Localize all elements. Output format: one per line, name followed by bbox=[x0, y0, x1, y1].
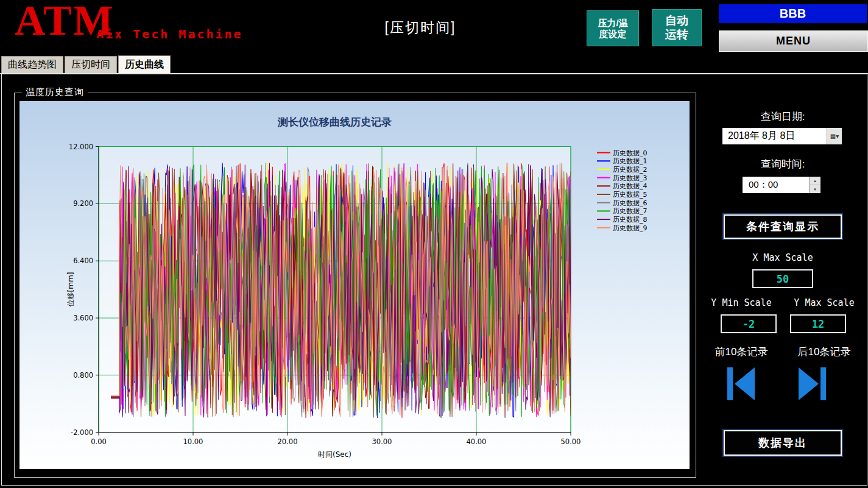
time-spinner: ▲ ▼ bbox=[809, 177, 820, 193]
svg-text:测长仪位移曲线历史记录: 测长仪位移曲线历史记录 bbox=[277, 116, 392, 128]
svg-text:50.00: 50.00 bbox=[561, 437, 581, 446]
svg-text:时间(Sec): 时间(Sec) bbox=[318, 450, 351, 459]
svg-text:0.00: 0.00 bbox=[91, 437, 107, 446]
bbb-indicator: BBB bbox=[719, 4, 867, 23]
tab-press-time[interactable]: 压切时间 bbox=[65, 56, 117, 74]
svg-text:历史数据_7: 历史数据_7 bbox=[613, 207, 647, 215]
x-max-scale-label: X Max Scale bbox=[700, 252, 866, 263]
time-input[interactable]: 00：00 ▲ ▼ bbox=[743, 177, 820, 193]
auto-run-line2: 运转 bbox=[665, 28, 688, 42]
prev-page-icon[interactable] bbox=[725, 367, 757, 401]
query-time-label: 查询时间: bbox=[700, 157, 866, 171]
pressure-temp-settings-button[interactable]: 压力/温 度设定 bbox=[587, 10, 639, 46]
query-date-label: 查询日期: bbox=[700, 110, 866, 124]
spinner-down-icon[interactable]: ▼ bbox=[810, 185, 820, 193]
groupbox-title: 温度历史查询 bbox=[22, 87, 88, 98]
svg-text:历史数据_6: 历史数据_6 bbox=[613, 199, 647, 207]
next-page-icon[interactable] bbox=[796, 367, 828, 401]
svg-text:6.400: 6.400 bbox=[73, 256, 93, 265]
screen: ATM Aix Tech Machine [压切时间] 压力/温 度设定 自动 … bbox=[0, 0, 868, 488]
svg-text:历史数据_1: 历史数据_1 bbox=[613, 157, 647, 165]
x-max-scale-input[interactable]: 50 bbox=[752, 269, 813, 288]
svg-text:12.000: 12.000 bbox=[69, 142, 93, 150]
tab-curve-trend[interactable]: 曲线趋势图 bbox=[1, 56, 63, 74]
svg-text:20.00: 20.00 bbox=[278, 437, 298, 446]
menu-button[interactable]: MENU bbox=[719, 30, 868, 52]
svg-text:历史数据_9: 历史数据_9 bbox=[613, 224, 647, 232]
page-title: [压切时间] bbox=[385, 18, 456, 37]
svg-text:-2.000: -2.000 bbox=[71, 428, 93, 437]
query-panel: 查询日期: 2018年 8月 8日 ▦▾ 查询时间: 00：00 ▲ ▼ 条件查… bbox=[700, 93, 866, 476]
calendar-dropdown-icon[interactable]: ▦▾ bbox=[827, 128, 842, 144]
svg-text:历史数据_4: 历史数据_4 bbox=[613, 182, 647, 190]
svg-text:0.800: 0.800 bbox=[73, 371, 93, 380]
header: ATM Aix Tech Machine [压切时间] 压力/温 度设定 自动 … bbox=[0, 0, 868, 58]
svg-text:9.200: 9.200 bbox=[73, 199, 93, 208]
y-max-scale-input[interactable]: 12 bbox=[790, 314, 846, 333]
content-frame: 温度历史查询 测长仪位移曲线历史记录-2.0000.8003.6006.4009… bbox=[1, 74, 867, 486]
pressure-temp-line2: 度设定 bbox=[599, 29, 627, 40]
date-picker[interactable]: 2018年 8月 8日 ▦▾ bbox=[722, 128, 842, 144]
y-max-scale-label: Y Max Scale bbox=[783, 297, 866, 308]
svg-text:历史数据_0: 历史数据_0 bbox=[613, 149, 647, 157]
svg-text:30.00: 30.00 bbox=[372, 437, 392, 446]
y-min-scale-input[interactable]: -2 bbox=[721, 314, 777, 333]
history-chart: 测长仪位移曲线历史记录-2.0000.8003.6006.4009.20012.… bbox=[19, 101, 690, 469]
svg-text:历史数据_3: 历史数据_3 bbox=[613, 174, 647, 182]
time-value: 00：00 bbox=[743, 179, 809, 191]
date-value: 2018年 8月 8日 bbox=[722, 130, 795, 143]
data-export-button[interactable]: 数据导出 bbox=[724, 430, 842, 456]
svg-text:3.600: 3.600 bbox=[73, 314, 93, 322]
next-records-label: 后10条记录 bbox=[783, 345, 866, 359]
logo-subtitle: Aix Tech Machine bbox=[96, 27, 243, 41]
tab-history-curve[interactable]: 历史曲线 bbox=[118, 55, 171, 74]
svg-text:历史数据_2: 历史数据_2 bbox=[613, 166, 647, 174]
svg-text:位移[mm]: 位移[mm] bbox=[66, 272, 75, 307]
svg-text:10.00: 10.00 bbox=[183, 437, 203, 446]
auto-run-line1: 自动 bbox=[665, 14, 688, 28]
prev-records-label: 前10条记录 bbox=[700, 345, 783, 359]
tabstrip: 曲线趋势图 压切时间 历史曲线 bbox=[1, 58, 172, 74]
temperature-history-groupbox: 温度历史查询 测长仪位移曲线历史记录-2.0000.8003.6006.4009… bbox=[14, 93, 696, 478]
svg-text:历史数据_8: 历史数据_8 bbox=[613, 216, 647, 224]
svg-text:历史数据_5: 历史数据_5 bbox=[613, 191, 647, 199]
query-display-button[interactable]: 条件查询显示 bbox=[724, 214, 842, 239]
spinner-up-icon[interactable]: ▲ bbox=[810, 177, 820, 185]
svg-text:40.00: 40.00 bbox=[467, 437, 487, 446]
auto-run-button[interactable]: 自动 运转 bbox=[652, 9, 702, 46]
pressure-temp-line1: 压力/温 bbox=[598, 18, 627, 29]
y-min-scale-label: Y Min Scale bbox=[700, 297, 783, 308]
